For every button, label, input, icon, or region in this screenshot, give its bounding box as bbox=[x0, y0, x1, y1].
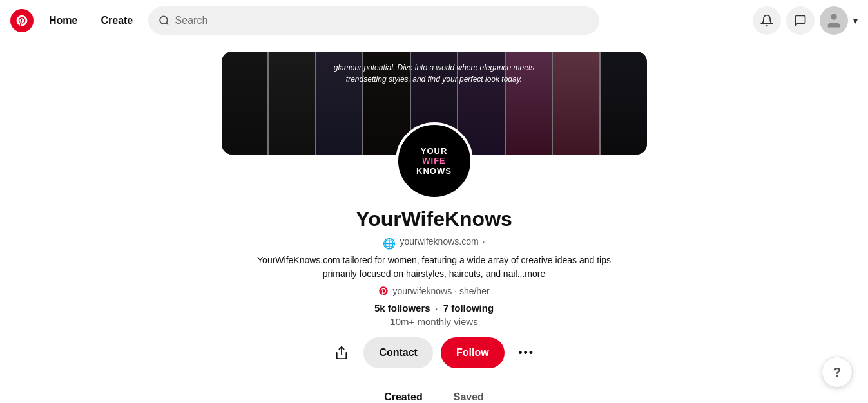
nav-home[interactable]: Home bbox=[41, 10, 85, 32]
handle-pinterest-icon bbox=[378, 286, 389, 296]
more-dots-icon: ••• bbox=[518, 346, 534, 360]
profile-avatar: YOUR WIFE KNOWS bbox=[396, 122, 473, 200]
profile-website-row: 🌐 yourwifeknows.com · YourWifeKnows.com … bbox=[228, 236, 641, 281]
navbar: Home Create ▾ bbox=[0, 0, 868, 41]
share-icon bbox=[334, 346, 349, 360]
avatar-text: YOUR WIFE KNOWS bbox=[416, 146, 452, 176]
profile-bio: YourWifeKnows.com tailored for women, fe… bbox=[241, 254, 628, 281]
followers-row: 5k followers · 7 following bbox=[374, 303, 494, 314]
action-row: Contact Follow ••• bbox=[327, 337, 540, 368]
cover-text: glamour potential. Dive into a world whe… bbox=[312, 57, 557, 90]
bio-separator: · bbox=[483, 236, 485, 247]
monthly-views: 10m+ monthly views bbox=[390, 316, 477, 327]
contact-button[interactable]: Contact bbox=[363, 337, 433, 368]
main-content: glamour potential. Dive into a world whe… bbox=[0, 0, 868, 403]
svg-point-0 bbox=[160, 16, 168, 24]
account-dropdown-icon[interactable]: ▾ bbox=[853, 15, 858, 26]
search-input[interactable] bbox=[175, 15, 590, 26]
nav-create[interactable]: Create bbox=[93, 10, 140, 32]
chat-icon bbox=[794, 14, 807, 27]
search-bar bbox=[148, 6, 599, 35]
followers-link[interactable]: 5k followers bbox=[374, 303, 430, 314]
handle-text: yourwifeknows · she/her bbox=[392, 286, 489, 296]
svg-point-1 bbox=[831, 14, 836, 19]
nav-right: ▾ bbox=[753, 6, 858, 35]
bell-icon bbox=[760, 14, 773, 27]
share-button[interactable] bbox=[327, 339, 356, 367]
more-options-button[interactable]: ••• bbox=[512, 339, 541, 367]
user-avatar[interactable] bbox=[820, 6, 848, 35]
notifications-button[interactable] bbox=[753, 6, 781, 35]
bio-more[interactable]: ...more bbox=[517, 268, 546, 279]
profile-name: YourWifeKnows bbox=[356, 207, 512, 231]
help-button[interactable]: ? bbox=[822, 357, 853, 388]
messages-button[interactable] bbox=[786, 6, 815, 35]
profile-section: YOUR WIFE KNOWS YourWifeKnows 🌐 yourwife… bbox=[0, 122, 868, 403]
profile-handle-row: yourwifeknows · she/her bbox=[378, 286, 489, 296]
pinterest-logo[interactable] bbox=[10, 9, 34, 32]
search-icon bbox=[159, 15, 169, 26]
follow-button[interactable]: Follow bbox=[441, 337, 505, 368]
tab-created[interactable]: Created bbox=[379, 384, 428, 403]
tab-saved[interactable]: Saved bbox=[448, 384, 489, 403]
globe-icon: 🌐 bbox=[383, 238, 396, 250]
dot-separator: · bbox=[436, 303, 438, 314]
website-link[interactable]: yourwifeknows.com bbox=[400, 236, 478, 247]
following-link[interactable]: 7 following bbox=[443, 303, 494, 314]
tabs-row: Created Saved bbox=[0, 384, 868, 403]
